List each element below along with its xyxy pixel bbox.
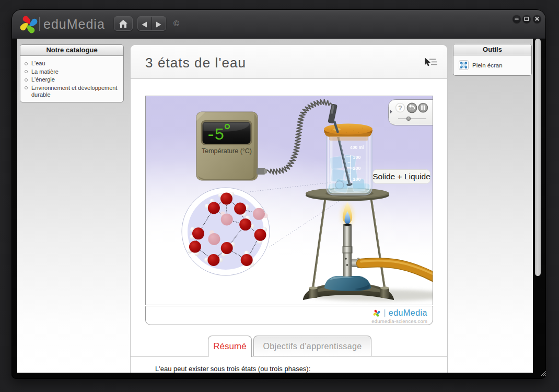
svg-text:200: 200: [353, 166, 361, 171]
svg-text:400 ml: 400 ml: [350, 145, 364, 150]
svg-text:Température (°C): Température (°C): [202, 147, 252, 155]
svg-text:100: 100: [353, 177, 361, 182]
svg-text:-5: -5: [206, 125, 224, 145]
svg-text:Solide + Liquide: Solide + Liquide: [372, 172, 430, 181]
svg-text:?: ?: [398, 104, 402, 112]
svg-text:300: 300: [353, 155, 361, 160]
